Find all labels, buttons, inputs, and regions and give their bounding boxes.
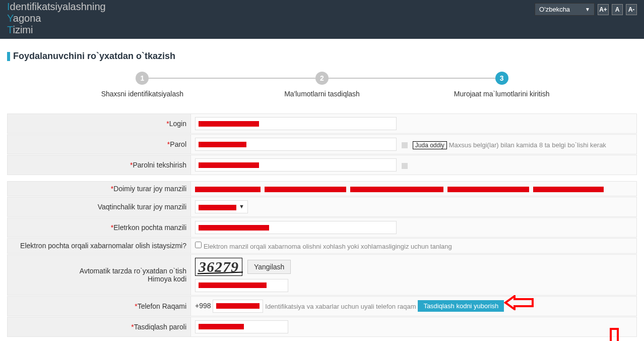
registration-form: *Login *Parol Juda oddiy Maxsus belgi(la… <box>7 113 637 337</box>
step-1-label: Shaxsni identifikatsiyalash <box>52 90 232 98</box>
row-password: *Parol Juda oddiy Maxsus belgi(lar) bila… <box>7 134 637 154</box>
step-2-circle: 2 <box>315 72 329 85</box>
label-password: Parol <box>170 140 186 148</box>
font-increase-button[interactable]: A+ <box>598 4 609 15</box>
row-captcha: Avtomatik tarzda ro`yxatdan o`tish Himoy… <box>7 254 637 296</box>
font-default-button[interactable]: A <box>612 4 623 15</box>
login-input[interactable] <box>195 117 397 130</box>
label-captcha-1: Avtomatik tarzda ro`yxatdan o`tish <box>12 267 186 275</box>
row-email: *Eletrkon pochta manzili <box>7 217 637 238</box>
chevron-down-icon: ▼ <box>585 7 590 12</box>
redacted-value <box>199 225 269 231</box>
send-code-button[interactable]: Tasdiqlash kodni yuborish <box>418 300 504 312</box>
logo-line-1: dentifikatsiyalashning <box>10 1 106 12</box>
label-email-opt: Elektron pochta orqali xabarnomalar olis… <box>20 242 186 250</box>
row-phone: *Telefon Raqami +998 Identifikatsiya va … <box>7 296 637 316</box>
label-email: Eletrkon pochta manzili <box>113 223 186 232</box>
redacted-value <box>533 187 604 192</box>
redacted-value <box>199 142 246 147</box>
confirm-code-input[interactable] <box>195 320 288 333</box>
font-decrease-button[interactable]: A- <box>626 4 637 15</box>
label-perm-address: Doimiy turar joy manzili <box>113 185 186 193</box>
row-password-confirm: *Parolni tekshirish <box>7 155 637 175</box>
language-select[interactable]: O'zbekcha ▼ <box>535 3 595 16</box>
strength-indicator <box>402 142 408 148</box>
temp-address-select[interactable]: ▼ <box>195 200 248 213</box>
redacted-value <box>216 303 260 309</box>
phone-prefix: +998 <box>195 302 211 310</box>
logo-line-3: izimi <box>13 24 33 35</box>
chevron-down-icon: ▼ <box>239 203 244 209</box>
redacted-value <box>199 282 267 288</box>
header: Identifikatsiyalashning Yagona Tizimi O'… <box>0 0 644 39</box>
label-captcha-2: Himoya kodi <box>12 275 186 283</box>
header-controls: O'zbekcha ▼ A+ A A- <box>535 1 637 16</box>
content: Foydalanuvchini ro`yxatdan o`tkazish 1 S… <box>0 39 644 341</box>
strength-label: Juda oddiy <box>413 141 447 149</box>
page-title: Foydalanuvchini ro`yxatdan o`tkazish <box>13 51 175 62</box>
redacted-value <box>199 121 259 127</box>
step-2: 2 Ma'lumotlarni tasdiqlash <box>232 72 412 98</box>
accent-bar <box>7 52 10 61</box>
annotation-arrow-down-icon <box>607 328 622 341</box>
stepper: 1 Shaxsni identifikatsiyalash 2 Ma'lumot… <box>52 72 592 98</box>
annotation-arrow-left-icon <box>503 295 534 310</box>
language-label: O'zbekcha <box>539 6 570 13</box>
password-hint: Maxsus belgi(lar) bilan kamida 8 ta belg… <box>449 141 606 149</box>
step-2-label: Ma'lumotlarni tasdiqlash <box>232 90 412 98</box>
email-opt-checkbox[interactable] <box>195 242 202 248</box>
row-confirm-code: *Tasdiqlash paroli <box>7 317 637 337</box>
label-login: Login <box>169 120 186 128</box>
redacted-value <box>199 162 259 168</box>
label-password-confirm: Parolni tekshirish <box>133 161 186 169</box>
row-login: *Login <box>7 113 637 134</box>
captcha-refresh-button[interactable]: Yangilash <box>247 260 291 274</box>
row-temp-address: Vaqtinchalik turar joy manzili ▼ <box>7 197 637 217</box>
row-perm-address: *Doimiy turar joy manzili <box>7 181 637 196</box>
page-title-wrap: Foydalanuvchini ro`yxatdan o`tkazish <box>7 51 637 62</box>
email-input[interactable] <box>195 221 397 234</box>
redacted-value <box>195 187 261 192</box>
step-3-circle: 3 <box>495 72 508 85</box>
label-confirm-code: Tasdiqlash paroli <box>134 323 186 331</box>
strength-indicator-2 <box>402 163 408 169</box>
redacted-value <box>447 187 529 192</box>
password-input[interactable] <box>195 138 397 151</box>
redacted-value <box>350 187 443 192</box>
step-1-circle: 1 <box>136 72 149 85</box>
phone-input[interactable] <box>213 300 263 313</box>
step-3: 3 Murojaat ma`lumotlarini kiritish <box>412 72 592 98</box>
logo: Identifikatsiyalashning Yagona Tizimi <box>7 1 106 36</box>
redacted-value <box>199 324 244 329</box>
phone-hint: Identifikatsiya va xabarlar uchun uyali … <box>265 302 416 310</box>
redacted-value <box>265 187 346 192</box>
redacted-value <box>199 205 236 210</box>
label-phone: Telefon Raqami <box>138 302 186 310</box>
label-temp-address: Vaqtinchalik turar joy manzili <box>98 203 186 211</box>
logo-line-2: agona <box>13 13 41 24</box>
password-confirm-input[interactable] <box>195 158 397 172</box>
captcha-image: 36279 <box>195 258 242 276</box>
step-1: 1 Shaxsni identifikatsiyalash <box>52 72 232 98</box>
captcha-input[interactable] <box>195 279 288 292</box>
email-opt-hint: Elektron manzil orqali xabarnoma olishni… <box>204 243 452 250</box>
step-3-label: Murojaat ma`lumotlarini kiritish <box>412 90 592 98</box>
row-email-opt: Elektron pochta orqali xabarnomalar olis… <box>7 238 637 254</box>
